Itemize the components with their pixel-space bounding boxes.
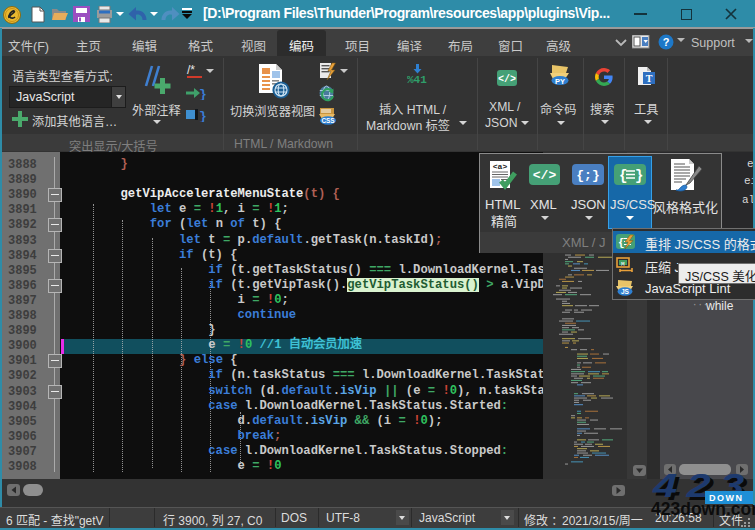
svg-text:{;}: {;} [576, 168, 599, 183]
svg-text:M: M [621, 261, 625, 268]
svg-text:{: { [618, 237, 625, 249]
svg-text:}: } [635, 168, 643, 184]
svg-text:JS: JS [621, 288, 630, 295]
